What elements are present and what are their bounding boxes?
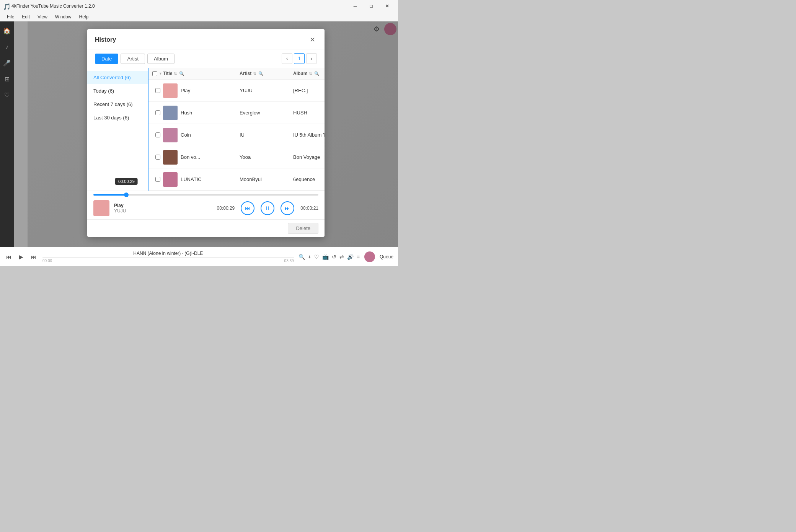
progress-thumb[interactable] xyxy=(124,193,129,197)
equalizer-icon[interactable]: ≡ xyxy=(357,254,360,260)
modal-body: All Converted (6) Today (6) Recent 7 day… xyxy=(87,68,325,191)
row-3-album: IU 5th Album 'LI... xyxy=(293,132,325,138)
page-1-button[interactable]: 1 xyxy=(294,53,305,64)
th-title-sort-icon[interactable]: ⇅ xyxy=(174,72,177,76)
filter-tabs-bar: Date Artist Album ‹ 1 › xyxy=(87,49,325,68)
sidebar-item-recent-7[interactable]: Recent 7 days (6) xyxy=(87,98,148,111)
page-next-button[interactable]: › xyxy=(306,53,317,64)
row-1-check[interactable] xyxy=(152,88,163,93)
close-button[interactable]: ✕ xyxy=(380,0,395,12)
player-row: Play YUJU 00:00:29 ⏮ ⏸ ⏭ 00:03:21 xyxy=(93,197,318,219)
row-4-check[interactable] xyxy=(152,155,163,160)
player-track-title: Play xyxy=(114,203,126,208)
menu-view[interactable]: View xyxy=(34,12,51,21)
heart-icon[interactable]: ♡ xyxy=(314,254,319,260)
search-icon[interactable]: 🔍 xyxy=(298,254,305,260)
sidebar-item-home[interactable]: 🏠 xyxy=(1,24,13,37)
row-5-check[interactable] xyxy=(152,177,163,182)
th-checkbox: ▼ xyxy=(152,71,163,76)
row-3-title-text: Coin xyxy=(181,132,191,138)
app-body: 🏠 ♪ 🎤 ⊞ ♡ ⚙ History ✕ Date xyxy=(0,21,398,247)
minimize-button[interactable]: ─ xyxy=(347,0,363,12)
sidebar-item-music[interactable]: ♪ xyxy=(1,41,13,53)
row-5-title: LUNATIC xyxy=(163,172,240,187)
table-row: Hush Everglow HUSH 00:02:44 ▶ 📂 🗑 xyxy=(148,102,325,124)
row-3-check[interactable] xyxy=(152,132,163,137)
sidebar-item-favorites[interactable]: ♡ xyxy=(1,89,13,101)
bottom-avatar[interactable] xyxy=(364,251,375,262)
cast-icon[interactable]: 📺 xyxy=(322,254,329,260)
table-row: Play YUJU [REC.] 00:03:21 ▐▌ 📂 🗑 xyxy=(148,80,325,102)
bottom-prev-button[interactable]: ⏮ xyxy=(5,252,13,261)
player-prev-button[interactable]: ⏮ xyxy=(241,201,254,215)
shuffle-icon[interactable]: ⇄ xyxy=(339,254,344,260)
sidebar-item-grid[interactable]: ⊞ xyxy=(1,73,13,85)
menubar: File Edit View Window Help xyxy=(0,12,398,21)
row-5-artist: MoonByul xyxy=(240,176,293,182)
row-1-thumbnail xyxy=(163,83,178,98)
th-title: Title ⇅ 🔍 xyxy=(163,71,240,76)
add-icon[interactable]: + xyxy=(308,254,311,260)
th-artist: Artist ⇅ 🔍 xyxy=(240,71,293,76)
bottom-next-button[interactable]: ⏭ xyxy=(29,252,38,261)
modal-close-button[interactable]: ✕ xyxy=(308,35,317,44)
select-all-checkbox[interactable] xyxy=(152,71,157,76)
progress-track[interactable] xyxy=(93,194,318,196)
th-title-label: Title xyxy=(163,71,172,76)
filter-tab-date[interactable]: Date xyxy=(95,54,118,64)
table-scroll: Play YUJU [REC.] 00:03:21 ▐▌ 📂 🗑 xyxy=(148,80,325,191)
repeat-icon[interactable]: ↺ xyxy=(332,254,336,260)
maximize-button[interactable]: □ xyxy=(364,0,379,12)
row-2-checkbox[interactable] xyxy=(155,110,160,115)
sidebar-item-mic[interactable]: 🎤 xyxy=(1,57,13,69)
menu-file[interactable]: File xyxy=(3,12,18,21)
modal-title: History xyxy=(95,36,116,43)
sidebar-item-all-converted[interactable]: All Converted (6) xyxy=(87,71,148,84)
row-4-artist: Yooa xyxy=(240,154,293,160)
th-artist-label: Artist xyxy=(240,71,251,76)
th-title-search-icon[interactable]: 🔍 xyxy=(179,71,184,76)
row-3-thumbnail xyxy=(163,128,178,142)
th-artist-sort-icon[interactable]: ⇅ xyxy=(253,72,256,76)
row-4-album: Bon Voyage xyxy=(293,154,325,160)
row-5-checkbox[interactable] xyxy=(155,177,160,182)
th-album-search-icon[interactable]: 🔍 xyxy=(314,71,320,76)
volume-icon[interactable]: 🔊 xyxy=(347,254,354,260)
modal-footer: Delete xyxy=(87,219,325,237)
filter-tab-album[interactable]: Album xyxy=(147,54,175,64)
sidebar-item-last-30[interactable]: Last 30 days (6) xyxy=(87,111,148,124)
menu-help[interactable]: Help xyxy=(75,12,93,21)
player-controls: 00:00:29 ⏮ ⏸ ⏭ 00:03:21 xyxy=(217,201,318,215)
menu-edit[interactable]: Edit xyxy=(18,12,34,21)
menu-window[interactable]: Window xyxy=(51,12,75,21)
player-info: Play YUJU xyxy=(114,203,126,214)
page-prev-button[interactable]: ‹ xyxy=(282,53,292,64)
row-2-title: Hush xyxy=(163,106,240,120)
row-4-checkbox[interactable] xyxy=(155,155,160,160)
modal-header: History ✕ xyxy=(87,29,325,49)
pagination: ‹ 1 › xyxy=(282,53,317,64)
filter-tab-artist[interactable]: Artist xyxy=(121,54,145,64)
bottom-progress-bar[interactable] xyxy=(42,257,294,258)
modal-sidebar: All Converted (6) Today (6) Recent 7 day… xyxy=(87,68,148,191)
row-1-checkbox[interactable] xyxy=(155,88,160,93)
window-controls: ─ □ ✕ xyxy=(347,0,395,12)
row-1-title: Play xyxy=(163,83,240,98)
th-artist-search-icon[interactable]: 🔍 xyxy=(258,71,264,76)
player-next-button[interactable]: ⏭ xyxy=(281,201,294,215)
th-album-sort-icon[interactable]: ⇅ xyxy=(309,72,312,76)
row-3-checkbox[interactable] xyxy=(155,132,160,137)
delete-button[interactable]: Delete xyxy=(288,223,318,234)
history-modal: History ✕ Date Artist Album ‹ 1 › xyxy=(87,29,325,237)
table-row: LUNATIC MoonByul 6equence 00:03:25 ▶ 📂 🗑 xyxy=(148,168,325,191)
progress-bar-container[interactable]: 00:00:29 xyxy=(93,191,318,197)
titlebar: 🎵 4kFinder YouTube Music Converter 1.2.0… xyxy=(0,0,398,12)
queue-button[interactable]: Queue xyxy=(380,254,393,259)
bottom-play-button[interactable]: ▶ xyxy=(18,252,25,261)
player-pause-button[interactable]: ⏸ xyxy=(261,201,274,215)
row-2-check[interactable] xyxy=(152,110,163,115)
progress-fill xyxy=(93,194,126,196)
app-icon: 🎵 xyxy=(3,3,9,9)
sidebar-item-today[interactable]: Today (6) xyxy=(87,84,148,98)
bottom-track-name: HANN (Alone in winter) · (G)I-DLE xyxy=(133,251,203,256)
